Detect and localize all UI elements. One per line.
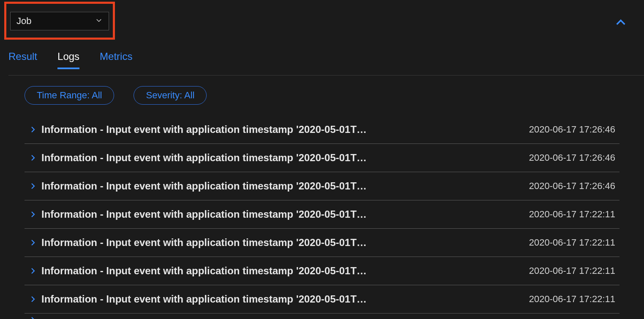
chevron-right-icon	[25, 267, 41, 275]
chevron-right-icon	[25, 239, 41, 246]
job-scope-dropdown[interactable]: Job	[10, 12, 109, 30]
log-row[interactable]: Information - Input event with applicati…	[25, 257, 619, 285]
log-timestamp: 2020-06-17 17:22:11	[521, 265, 619, 276]
tab-logs[interactable]: Logs	[57, 51, 79, 68]
log-timestamp: 2020-06-17 17:26:46	[521, 181, 619, 192]
chevron-right-icon	[25, 316, 41, 319]
log-row[interactable]: Information - Input event with applicati…	[25, 116, 619, 144]
tab-metrics[interactable]: Metrics	[100, 51, 132, 68]
chevron-up-icon	[615, 16, 627, 30]
log-timestamp: 2020-06-17 17:22:11	[521, 294, 619, 305]
chevron-right-icon	[25, 182, 41, 190]
log-list: Information - Input event with applicati…	[25, 116, 619, 319]
log-row[interactable]: Information - Input event with applicati…	[25, 200, 619, 229]
log-message: Information - Input event with applicati…	[41, 293, 521, 305]
log-row[interactable]	[25, 314, 619, 319]
chevron-right-icon	[25, 295, 41, 303]
log-row[interactable]: Information - Input event with applicati…	[25, 172, 619, 200]
chevron-down-icon	[95, 16, 103, 27]
log-message: Information - Input event with applicati…	[41, 152, 521, 164]
log-row[interactable]: Information - Input event with applicati…	[25, 285, 619, 314]
severity-filter[interactable]: Severity: All	[134, 86, 207, 105]
tab-result[interactable]: Result	[8, 51, 37, 68]
log-message: Information - Input event with applicati…	[41, 180, 521, 192]
tab-bar: Result Logs Metrics	[8, 51, 644, 76]
log-message: Information - Input event with applicati…	[41, 124, 521, 135]
log-timestamp: 2020-06-17 17:22:11	[521, 237, 619, 248]
chevron-right-icon	[25, 211, 41, 218]
log-timestamp: 2020-06-17 17:22:11	[521, 209, 619, 220]
filter-bar: Time Range: All Severity: All	[25, 86, 207, 105]
log-row[interactable]: Information - Input event with applicati…	[25, 229, 619, 257]
log-timestamp: 2020-06-17 17:26:46	[521, 152, 619, 163]
log-message: Information - Input event with applicati…	[41, 265, 521, 277]
log-row[interactable]: Information - Input event with applicati…	[25, 144, 619, 172]
log-message: Information - Input event with applicati…	[41, 237, 521, 249]
time-range-filter[interactable]: Time Range: All	[25, 86, 114, 105]
collapse-panel-button[interactable]	[614, 16, 628, 30]
log-timestamp: 2020-06-17 17:26:46	[521, 124, 619, 135]
chevron-right-icon	[25, 154, 41, 162]
chevron-right-icon	[25, 126, 41, 133]
job-scope-dropdown-label: Job	[16, 16, 31, 27]
log-message: Information - Input event with applicati…	[41, 208, 521, 220]
